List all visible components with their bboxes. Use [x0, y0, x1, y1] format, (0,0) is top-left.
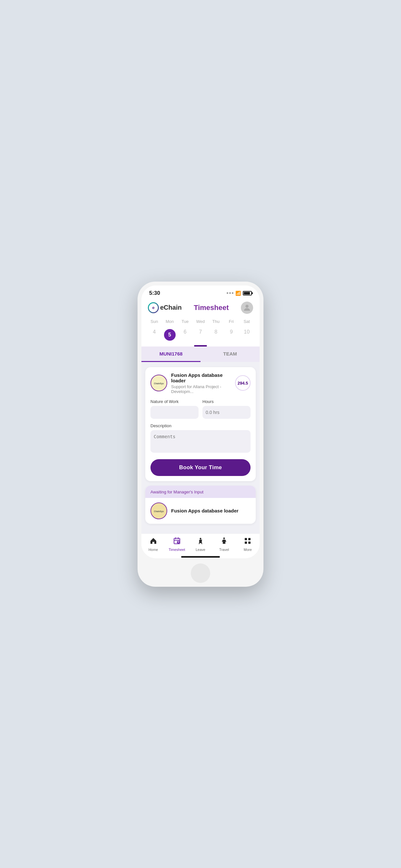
- tabs-section: MUNI1768 TEAM: [142, 346, 259, 362]
- app-header: e eChain Timesheet: [142, 299, 259, 318]
- app-logo: e eChain: [148, 302, 182, 313]
- nav-more-label: More: [244, 548, 252, 552]
- svg-rect-17: [248, 541, 251, 544]
- day-sat: Sat: [239, 318, 254, 325]
- day-mon: Mon: [162, 318, 178, 325]
- timesheet-entry-card: ChainSys Fusion Apps database loader Sup…: [145, 367, 256, 481]
- description-section: Description: [150, 423, 251, 454]
- project-logo: ChainSys: [150, 375, 167, 392]
- date-9[interactable]: 9: [224, 327, 239, 343]
- hours-badge: 294.5: [235, 375, 251, 391]
- tab-muni[interactable]: MUNI1768: [142, 346, 201, 362]
- nav-home[interactable]: Home: [144, 537, 163, 552]
- more-icon: [244, 537, 251, 547]
- svg-rect-15: [248, 538, 251, 540]
- day-wed: Wed: [193, 318, 208, 325]
- wifi-icon: 📶: [235, 290, 241, 296]
- phone-screen: 5:30 📶 e eChain Timesheet: [142, 285, 259, 558]
- main-content: ChainSys Fusion Apps database loader Sup…: [142, 362, 259, 533]
- project-name: Fusion Apps database loader: [171, 372, 231, 383]
- timesheet-icon: [173, 537, 181, 547]
- svg-rect-14: [245, 538, 247, 540]
- comments-textarea[interactable]: [150, 430, 251, 453]
- nav-home-label: Home: [149, 548, 158, 552]
- svg-point-13: [223, 537, 225, 539]
- logo-text: eChain: [160, 304, 182, 311]
- nav-leave[interactable]: Leave: [191, 537, 210, 552]
- battery-icon: [243, 291, 252, 296]
- date-5[interactable]: 5: [162, 327, 178, 343]
- calendar-dates: 4 5 6 7 8 9 10: [147, 327, 254, 343]
- date-8[interactable]: 8: [208, 327, 224, 343]
- nature-of-work-input[interactable]: [150, 406, 198, 419]
- project-name2: Fusion Apps database loader: [171, 508, 239, 514]
- nav-travel[interactable]: Travel: [214, 537, 234, 552]
- nav-travel-label: Travel: [219, 548, 229, 552]
- logo-circle: e: [148, 302, 159, 313]
- svg-point-12: [199, 538, 201, 539]
- nav-more[interactable]: More: [238, 537, 257, 552]
- date-6[interactable]: 6: [177, 327, 193, 343]
- tab-team[interactable]: TEAM: [201, 346, 259, 362]
- awaiting-card: Awaiting for Manager's Input ChainSys Fu…: [145, 486, 256, 524]
- bottom-nav: Home Timesheet: [142, 533, 259, 554]
- form-row-nature-hours: Nature of Work Hours: [150, 399, 251, 419]
- day-fri: Fri: [224, 318, 239, 325]
- day-thu: Thu: [208, 318, 224, 325]
- nature-label: Nature of Work: [150, 399, 198, 404]
- status-card-body: ChainSys Fusion Apps database loader: [145, 498, 256, 524]
- svg-text:ChainSys: ChainSys: [154, 510, 164, 513]
- project-header: ChainSys Fusion Apps database loader Sup…: [150, 372, 251, 394]
- project-subtitle: Support for Allana Project - Developm...: [171, 384, 231, 394]
- home-icon: [150, 537, 157, 547]
- project-logo2: ChainSys: [150, 502, 167, 519]
- date-10[interactable]: 10: [239, 327, 254, 343]
- hours-input[interactable]: [203, 406, 251, 419]
- status-time: 5:30: [149, 290, 160, 297]
- date-4[interactable]: 4: [147, 327, 162, 343]
- nav-timesheet-label: Timesheet: [168, 548, 185, 552]
- description-label: Description: [150, 423, 251, 428]
- hours-label: Hours: [203, 399, 251, 404]
- status-bar: 5:30 📶: [142, 285, 259, 299]
- nav-leave-label: Leave: [196, 548, 205, 552]
- hours-col: Hours: [203, 399, 251, 419]
- home-button[interactable]: [191, 563, 210, 583]
- nav-timesheet[interactable]: Timesheet: [167, 537, 187, 552]
- status-icons: 📶: [227, 290, 252, 296]
- day-sun: Sun: [147, 318, 162, 325]
- svg-text:ChainSys: ChainSys: [154, 382, 164, 385]
- calendar-section: Sun Mon Tue Wed Thu Fri Sat 4 5 6 7 8 9 …: [142, 318, 259, 346]
- nature-of-work-col: Nature of Work: [150, 399, 198, 419]
- avatar[interactable]: [241, 302, 253, 314]
- date-7[interactable]: 7: [193, 327, 208, 343]
- phone-frame: 5:30 📶 e eChain Timesheet: [137, 282, 264, 587]
- day-tue: Tue: [177, 318, 193, 325]
- svg-rect-16: [245, 541, 247, 544]
- signal-icon: [227, 292, 234, 294]
- status-banner: Awaiting for Manager's Input: [145, 486, 256, 498]
- home-indicator: [181, 556, 220, 558]
- travel-icon: [220, 537, 228, 547]
- status-text: Awaiting for Manager's Input: [150, 490, 204, 494]
- leave-icon: [197, 537, 204, 547]
- calendar-days-header: Sun Mon Tue Wed Thu Fri Sat: [147, 318, 254, 325]
- project-info: Fusion Apps database loader Support for …: [171, 372, 231, 394]
- page-title: Timesheet: [194, 304, 228, 312]
- book-your-time-button[interactable]: Book Your Time: [150, 459, 251, 476]
- svg-point-0: [245, 305, 248, 307]
